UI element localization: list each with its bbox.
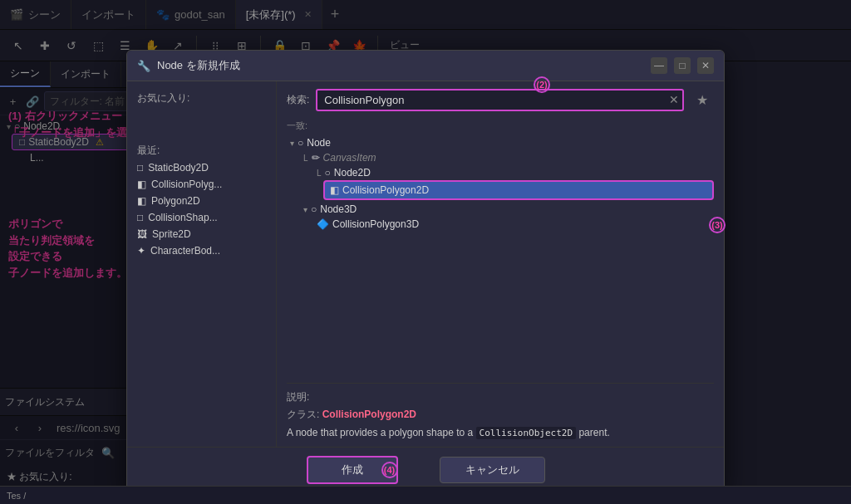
desc-title: 説明: [287,390,714,404]
recent-collisionshap[interactable]: □ CollisionShap... [127,209,276,226]
recent-icon-3: □ [137,212,143,223]
desc-class-name: CollisionPolygon2D [322,409,416,420]
status-bar: Tes / [0,486,851,504]
nt-node[interactable]: ▾ ○ Node [287,135,714,150]
search-input-wrap: ✕ [316,89,684,111]
recent-label-4: Sprite2D [152,228,191,240]
icon-node: ○ [298,137,303,149]
chevron-canvasitem: L [303,154,308,163]
recent-sprite2d[interactable]: 🖼 Sprite2D [127,226,276,242]
label-node3d: Node3D [320,203,357,215]
chevron-node2d-dialog: L [317,169,322,178]
recent-icon-1: ◧ [137,179,146,190]
desc-code: CollisionObject2D [476,427,577,439]
nt-canvasitem[interactable]: L ✏ CanvasItem [300,150,714,165]
badge-2: (2) [534,76,550,93]
dialog-sidebar: お気に入り: 最近: □ StaticBody2D ◧ CollisionPol… [127,81,277,447]
nt-node2d[interactable]: L ○ Node2D [313,165,714,180]
desc-text: A node that provides a polygon shape to … [287,425,714,441]
chevron-node3d: ▾ [303,205,307,214]
desc-text-2: parent. [576,427,610,438]
create-node-dialog: 🔧 Node を新規作成 — □ ✕ お気に入り: 最近: □ StaticBo… [126,50,725,493]
icon-collisionpolygon3d: 🔷 [317,218,329,230]
recent-characterbod[interactable]: ✦ CharacterBod... [127,242,276,259]
search-row: 検索: ✕ ★ (2) [287,88,714,111]
dialog-titlebar: 🔧 Node を新規作成 — □ ✕ [127,51,724,81]
recent-label-3: CollisionShap... [148,212,217,223]
recent-icon-5: ✦ [137,245,145,257]
label-node: Node [307,137,331,149]
dialog-overlay: 🔧 Node を新規作成 — □ ✕ お気に入り: 最近: □ StaticBo… [0,0,851,504]
icon-collisionpolygon2d: ◧ [330,184,339,196]
desc-section: 説明: クラス: CollisionPolygon2D A node that … [287,383,714,441]
icon-canvasitem: ✏ [312,152,320,164]
node-tree: ▾ ○ Node L ✏ CanvasItem L ○ Node2D [287,135,714,378]
search-input[interactable] [317,91,682,110]
cancel-button[interactable]: キャンセル [440,457,545,483]
recent-label-2: Polygon2D [151,195,200,207]
match-label: 一致: [287,118,714,135]
dialog-close-btn[interactable]: ✕ [697,57,714,74]
label-collisionpolygon3d: CollisionPolygon3D [332,218,419,230]
dialog-maximize-btn[interactable]: □ [674,57,691,74]
recent-collisionpolyg[interactable]: ◧ CollisionPolyg... [127,176,276,193]
dialog-main: 検索: ✕ ★ (2) 一致: ▾ ○ [277,81,724,447]
badge-4: (4) [381,462,398,478]
nt-collisionpolygon3d[interactable]: 🔷 CollisionPolygon3D [313,217,714,232]
dialog-icon: 🔧 [137,60,150,72]
recent-label-5: CharacterBod... [150,245,220,257]
dialog-title: Node を新規作成 [157,58,644,73]
dialog-body: お気に入り: 最近: □ StaticBody2D ◧ CollisionPol… [127,81,724,447]
search-star-btn[interactable]: ★ [691,88,714,111]
desc-text-1: A node that provides a polygon shape to … [287,427,476,438]
icon-node3d: ○ [311,203,317,215]
chevron-node: ▾ [290,139,294,148]
icon-node2d-dialog: ○ [325,167,331,179]
label-collisionpolygon2d: CollisionPolygon2D [342,184,429,196]
nt-collisionpolygon2d[interactable]: ◧ CollisionPolygon2D [323,180,714,200]
label-canvasitem: CanvasItem [323,152,376,164]
dialog-minimize-btn[interactable]: — [651,57,667,74]
recent-icon-4: 🖼 [137,228,147,240]
recent-label-1: CollisionPolyg... [151,179,222,190]
status-text: Tes / [7,491,26,501]
search-label: 検索: [287,93,309,107]
nt-node3d[interactable]: ▾ ○ Node3D [300,202,714,217]
desc-class-line: クラス: CollisionPolygon2D [287,408,714,422]
label-node2d-dialog: Node2D [334,167,371,179]
recent-icon-2: ◧ [137,195,146,207]
desc-class-prefix: クラス: [287,409,322,420]
recent-icon-0: □ [137,162,143,174]
recent-label-0: StaticBody2D [148,162,209,174]
favorites-label: お気に入り: [127,88,276,107]
recent-polygon2d[interactable]: ◧ Polygon2D [127,193,276,209]
recent-label: 最近: [127,140,276,159]
recent-staticbody2d[interactable]: □ StaticBody2D [127,159,276,176]
search-clear-btn[interactable]: ✕ [669,93,679,106]
badge-3: (3) [709,217,726,233]
